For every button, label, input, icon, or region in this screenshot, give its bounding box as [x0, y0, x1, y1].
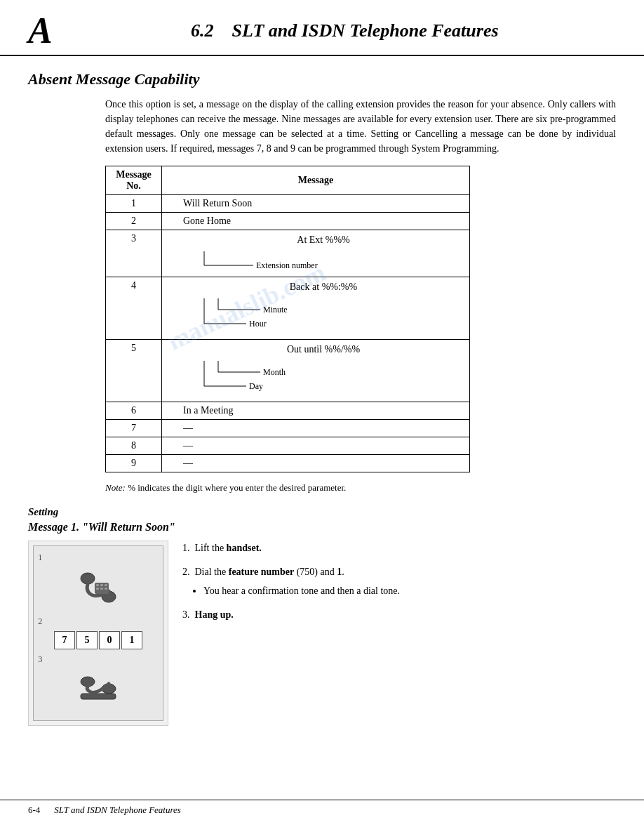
- page-header: A 6.2 SLT and ISDN Telephone Features: [0, 0, 644, 56]
- chapter-letter: A: [28, 13, 53, 49]
- time-diagram: Minute Hour: [183, 293, 337, 335]
- svg-text:Day: Day: [249, 381, 263, 391]
- footer-title: SLT and ISDN Telephone Features: [54, 805, 181, 816]
- date-diagram: Month Day: [183, 355, 337, 397]
- step-1: 1. Lift the handset.: [182, 541, 616, 556]
- message-table: Message No. Message 1 Will Return Soon 2…: [105, 166, 470, 472]
- footer-page: 6-4: [28, 805, 40, 816]
- steps-list: 1. Lift the handset. 2. Dial the feature…: [182, 541, 616, 623]
- phone-diagram-inner: 1: [33, 545, 163, 721]
- msg-num-5: 5: [106, 340, 162, 402]
- page-content: Absent Message Capability Once this opti…: [0, 56, 644, 740]
- step-2-bullets: You hear a confirmation tone and then a …: [203, 583, 616, 599]
- msg-text-2: Gone Home: [162, 213, 470, 230]
- msg-num-8: 8: [106, 437, 162, 455]
- table-header-msg: Message: [162, 166, 470, 195]
- table-row: 7 —: [106, 420, 470, 437]
- msg-text-3: At Ext %%% Extension number: [162, 230, 470, 277]
- svg-rect-24: [81, 694, 116, 699]
- key-0: 0: [99, 631, 120, 649]
- setting-label: Setting: [28, 506, 616, 518]
- step-3: 3. Hang up.: [182, 607, 616, 623]
- table-row: 1 Will Return Soon: [106, 195, 470, 213]
- phone-diagram: 1: [28, 541, 168, 726]
- msg-text-1: Will Return Soon: [162, 195, 470, 213]
- msg-num-3: 3: [106, 230, 162, 277]
- svg-rect-23: [105, 588, 107, 590]
- msg-num-1: 1: [106, 195, 162, 213]
- section-title: Absent Message Capability: [28, 70, 616, 88]
- msg-num-6: 6: [106, 402, 162, 420]
- cradle-svg: [77, 669, 119, 704]
- table-row: 2 Gone Home: [106, 213, 470, 230]
- page-footer: 6-4 SLT and ISDN Telephone Features: [0, 800, 644, 820]
- msg-num-4: 4: [106, 277, 162, 340]
- msg-num-9: 9: [106, 455, 162, 472]
- table-row: 9 —: [106, 455, 470, 472]
- section-body: Once this option is set, a message on th…: [105, 97, 616, 156]
- table-row: 4 Back at %%:%% Minute H: [106, 277, 470, 340]
- cradle-icon: [36, 669, 160, 709]
- handset-svg: [77, 570, 119, 605]
- msg-text-6: In a Meeting: [162, 402, 470, 420]
- svg-rect-21: [96, 588, 99, 590]
- msg-text-9: —: [162, 455, 470, 472]
- svg-rect-19: [100, 584, 103, 586]
- svg-text:Minute: Minute: [263, 305, 288, 315]
- svg-rect-22: [100, 588, 103, 590]
- message-instructions: 1: [28, 541, 616, 726]
- svg-text:Month: Month: [263, 367, 286, 377]
- step-2: 2. Dial the feature number (750) and 1. …: [182, 564, 616, 599]
- msg-text-5: Out until %%/%% Month Day: [162, 340, 470, 402]
- table-row: 3 At Ext %%% Extension number: [106, 230, 470, 277]
- bullet-1: You hear a confirmation tone and then a …: [203, 583, 616, 599]
- page-title: 6.2 SLT and ISDN Telephone Features: [74, 20, 616, 41]
- step-3-label: 3: [38, 654, 160, 665]
- msg-num-2: 2: [106, 213, 162, 230]
- page: A 6.2 SLT and ISDN Telephone Features Ab…: [0, 0, 644, 834]
- table-row: 8 —: [106, 437, 470, 455]
- key-7: 7: [54, 631, 75, 649]
- handset-icon: [36, 570, 160, 611]
- instructions-text: 1. Lift the handset. 2. Dial the feature…: [182, 541, 616, 632]
- svg-text:Extension number: Extension number: [256, 260, 318, 270]
- svg-rect-20: [105, 584, 107, 586]
- table-row: 6 In a Meeting: [106, 402, 470, 420]
- msg-text-4: Back at %%:%% Minute Hour: [162, 277, 470, 340]
- key-5: 5: [76, 631, 98, 649]
- table-row: 5 Out until %%/%% Month: [106, 340, 470, 402]
- table-header-num: Message No.: [106, 166, 162, 195]
- step-1-label: 1: [38, 552, 160, 563]
- message-table-wrap: Message No. Message 1 Will Return Soon 2…: [105, 166, 616, 472]
- msg-num-7: 7: [106, 420, 162, 437]
- table-note: Note: % indicates the digit where you en…: [105, 482, 616, 494]
- msg-text-8: —: [162, 437, 470, 455]
- ext-diagram: Extension number: [183, 246, 337, 272]
- svg-text:Hour: Hour: [249, 319, 267, 329]
- svg-rect-18: [96, 584, 99, 586]
- key-1: 1: [121, 631, 142, 649]
- step-2-label: 2: [38, 616, 160, 627]
- keypad-row: 7 5 0 1: [36, 631, 160, 649]
- msg-text-7: —: [162, 420, 470, 437]
- message-1-title: Message 1. "Will Return Soon": [28, 521, 616, 534]
